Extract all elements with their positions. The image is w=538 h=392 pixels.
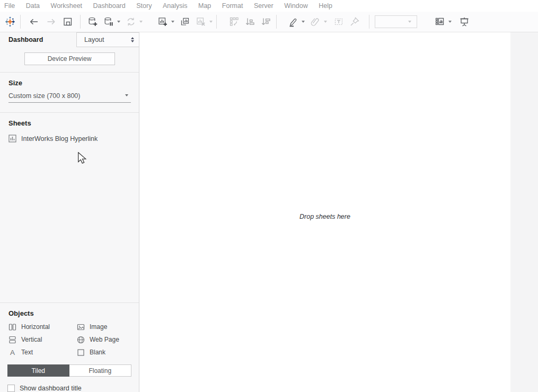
pause-auto-updates-button[interactable] — [102, 14, 116, 30]
menu-file[interactable]: File — [4, 2, 21, 10]
menu-bar: File Data Worksheet Dashboard Story Anal… — [0, 0, 538, 12]
tab-switch-icon — [131, 37, 134, 42]
menu-analysis[interactable]: Analysis — [157, 2, 193, 10]
object-vertical[interactable]: Vertical — [8, 335, 77, 344]
canvas-gutter — [510, 32, 538, 392]
highlight-caret[interactable] — [302, 21, 305, 23]
show-mark-labels-button[interactable] — [332, 14, 346, 30]
menu-map[interactable]: Map — [193, 2, 217, 10]
object-image[interactable]: Image — [77, 323, 130, 331]
run-update-icon — [125, 16, 137, 28]
object-text[interactable]: A Text — [8, 348, 77, 357]
tab-dashboard[interactable]: Dashboard — [8, 36, 43, 43]
show-hide-cards-icon — [434, 16, 446, 28]
object-blank[interactable]: Blank — [77, 348, 130, 357]
floating-label: Floating — [89, 367, 111, 375]
save-button[interactable] — [61, 14, 75, 30]
object-label: Text — [21, 349, 33, 356]
vertical-icon — [8, 336, 16, 344]
panel-spacer — [0, 152, 139, 302]
size-heading: Size — [8, 79, 130, 87]
show-dashboard-title-checkbox[interactable] — [7, 385, 15, 392]
size-dropdown-caret — [125, 94, 128, 96]
menu-help[interactable]: Help — [313, 2, 338, 10]
fix-axes-icon — [349, 16, 360, 28]
dashboard-canvas[interactable]: Drop sheets here — [139, 32, 510, 392]
run-update-button[interactable] — [124, 14, 138, 30]
toolbar-separator — [80, 15, 81, 29]
size-dropdown-value: Custom size (700 x 800) — [8, 92, 80, 100]
menu-dashboard[interactable]: Dashboard — [88, 2, 131, 10]
show-dashboard-title-label: Show dashboard title — [20, 385, 82, 392]
pause-auto-updates-icon — [103, 16, 114, 28]
object-webpage[interactable]: Web Page — [77, 335, 130, 344]
toolbar-separator — [369, 15, 369, 29]
group-members-caret[interactable] — [324, 21, 327, 23]
swap-rows-columns-icon — [228, 16, 240, 28]
menu-worksheet[interactable]: Worksheet — [46, 2, 88, 10]
run-update-caret[interactable] — [139, 21, 143, 23]
group-members-button[interactable] — [308, 14, 322, 30]
tab-layout[interactable]: Layout — [76, 32, 139, 47]
undo-button[interactable] — [27, 14, 41, 30]
presentation-mode-button[interactable] — [457, 14, 471, 30]
object-label: Web Page — [90, 336, 119, 343]
device-preview-button[interactable]: Device Preview — [24, 52, 115, 65]
show-mark-labels-icon — [333, 16, 345, 28]
sort-descending-icon — [260, 16, 272, 28]
show-hide-cards-button[interactable] — [433, 14, 447, 30]
toolbar — [0, 12, 538, 32]
mouse-cursor — [77, 152, 87, 164]
highlight-button[interactable] — [286, 14, 300, 30]
redo-button[interactable] — [44, 14, 58, 30]
undo-icon — [28, 16, 40, 28]
sort-ascending-button[interactable] — [243, 14, 257, 30]
duplicate-sheet-button[interactable] — [178, 14, 192, 30]
swap-rows-columns-button[interactable] — [227, 14, 241, 30]
new-worksheet-icon — [157, 16, 169, 28]
presentation-mode-icon — [458, 16, 470, 28]
size-section: Size Custom size (700 x 800) — [0, 73, 139, 112]
pane-tabs: Dashboard Layout — [0, 32, 139, 47]
sheets-section: Sheets InterWorks Blog Hyperlink — [0, 113, 139, 152]
tiled-button[interactable]: Tiled — [7, 364, 69, 377]
floating-button[interactable]: Floating — [69, 364, 132, 377]
clear-sheet-caret[interactable] — [209, 21, 213, 23]
new-data-source-button[interactable] — [86, 14, 100, 30]
objects-section: Objects Horizontal Image — [0, 303, 139, 358]
show-hide-cards-caret[interactable] — [448, 21, 452, 23]
menu-story[interactable]: Story — [131, 2, 157, 10]
object-label: Vertical — [21, 336, 42, 343]
new-worksheet-button[interactable] — [156, 14, 170, 30]
menu-window[interactable]: Window — [279, 2, 313, 10]
menu-server[interactable]: Server — [249, 2, 279, 10]
sheet-list-item[interactable]: InterWorks Blog Hyperlink — [8, 135, 130, 142]
sort-descending-button[interactable] — [259, 14, 273, 30]
fix-axes-button[interactable] — [348, 14, 361, 30]
layout-mode-buttons: Tiled Floating — [7, 364, 131, 377]
object-label: Image — [90, 323, 107, 331]
tab-layout-label: Layout — [84, 36, 104, 43]
size-dropdown[interactable]: Custom size (700 x 800) — [8, 92, 131, 103]
objects-heading: Objects — [8, 309, 130, 317]
image-icon — [77, 323, 85, 331]
clear-sheet-icon — [195, 16, 207, 28]
sheets-heading: Sheets — [8, 119, 130, 127]
tableau-logo-button[interactable] — [3, 14, 17, 30]
clear-sheet-button[interactable] — [194, 14, 208, 30]
highlight-icon — [287, 16, 299, 28]
device-preview-label: Device Preview — [48, 55, 92, 63]
text-icon: A — [8, 349, 16, 357]
group-members-icon — [310, 16, 321, 28]
redo-icon — [45, 16, 57, 28]
menu-data[interactable]: Data — [21, 2, 46, 10]
object-horizontal[interactable]: Horizontal — [8, 323, 77, 331]
save-icon — [62, 16, 74, 28]
menu-format[interactable]: Format — [217, 2, 249, 10]
objects-grid: Horizontal Image Vertical — [8, 323, 130, 357]
fit-selector[interactable] — [375, 15, 417, 28]
duplicate-sheet-icon — [179, 16, 191, 28]
pause-auto-updates-caret[interactable] — [117, 21, 120, 23]
show-dashboard-title-row: Show dashboard title — [7, 385, 131, 392]
new-worksheet-caret[interactable] — [171, 21, 174, 23]
